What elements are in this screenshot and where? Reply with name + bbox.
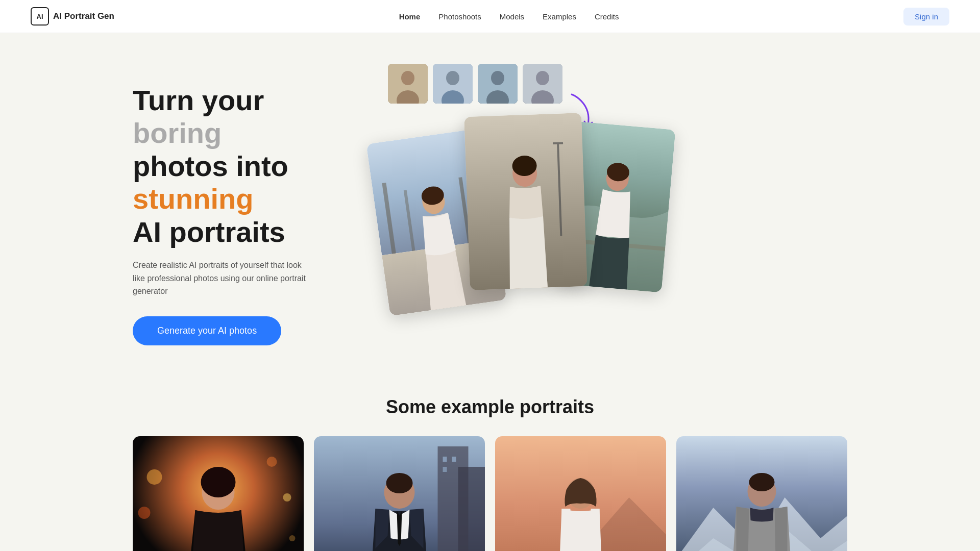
nav-photoshoots[interactable]: Photoshoots	[438, 12, 481, 21]
svg-point-33	[289, 535, 296, 541]
svg-point-29	[147, 469, 162, 485]
svg-point-31	[283, 493, 291, 502]
hero-section: Turn your boring photos into stunning AI…	[0, 33, 980, 376]
svg-point-30	[267, 457, 277, 467]
input-photo-1	[388, 64, 428, 104]
examples-title: Some example portraits	[133, 396, 847, 418]
svg-rect-39	[443, 457, 447, 462]
logo-text: AI Portrait Gen	[53, 11, 114, 21]
nav-examples[interactable]: Examples	[543, 12, 576, 21]
portrait-2	[314, 436, 485, 551]
person-silhouette-4	[523, 64, 562, 104]
svg-rect-38	[458, 467, 485, 551]
svg-point-10	[536, 71, 549, 85]
hero-visuals	[378, 64, 888, 329]
examples-section: Some example portraits	[0, 376, 980, 551]
input-photo-4	[523, 64, 562, 104]
nav-models[interactable]: Models	[500, 12, 524, 21]
svg-point-7	[491, 71, 504, 85]
input-photo-3	[478, 64, 518, 104]
svg-rect-21	[553, 142, 563, 144]
svg-point-32	[138, 507, 151, 519]
nav-links: Home Photoshoots Models Examples Credits	[399, 12, 619, 21]
person-silhouette-3	[478, 64, 518, 104]
nav-home[interactable]: Home	[399, 12, 421, 21]
svg-point-1	[401, 71, 414, 85]
svg-point-43	[386, 473, 413, 493]
portraits-grid	[133, 436, 847, 551]
portrait-4	[676, 436, 847, 551]
hero-subtitle: Create realistic AI portraits of yoursel…	[133, 259, 306, 298]
portrait-1	[133, 436, 304, 551]
navbar: AI AI Portrait Gen Home Photoshoots Mode…	[0, 0, 980, 33]
hero-title: Turn your boring photos into stunning AI…	[133, 84, 357, 248]
output-cards	[378, 115, 694, 319]
person-silhouette-1	[388, 64, 428, 104]
svg-rect-41	[443, 467, 447, 472]
nav-credits[interactable]: Credits	[595, 12, 619, 21]
svg-point-35	[201, 467, 236, 497]
logo-link[interactable]: AI AI Portrait Gen	[31, 7, 114, 26]
output-photo-2	[464, 113, 587, 290]
input-photo-2	[433, 64, 473, 104]
signin-button[interactable]: Sign in	[903, 8, 949, 26]
portrait-3	[495, 436, 666, 551]
hero-copy: Turn your boring photos into stunning AI…	[133, 64, 357, 345]
logo-icon: AI	[31, 7, 49, 26]
svg-point-4	[446, 71, 459, 85]
person-silhouette-2	[433, 64, 473, 104]
svg-rect-40	[452, 457, 456, 462]
svg-point-54	[749, 473, 775, 491]
generate-button[interactable]: Generate your AI photos	[133, 316, 281, 345]
input-photos-row	[388, 64, 562, 104]
